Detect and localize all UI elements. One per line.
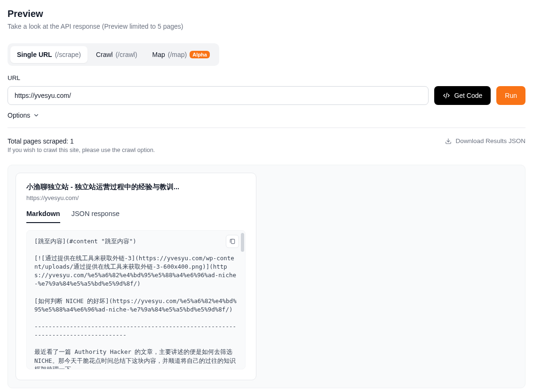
copy-button[interactable] xyxy=(226,235,239,248)
tab-api-path: (/map) xyxy=(168,51,187,58)
alpha-badge: Alpha xyxy=(190,51,210,58)
crawl-hint: If you wish to crawl this site, please u… xyxy=(8,147,155,153)
tab-label: Map xyxy=(152,51,165,58)
scrollbar[interactable] xyxy=(241,233,244,252)
tab-label: Single URL xyxy=(17,51,52,58)
result-card: 小渔聊独立站 - 独立站运营过程中的经验与教训... https://yvesy… xyxy=(16,173,256,380)
tab-api-path: (/crawl) xyxy=(116,51,137,58)
mode-tabs: Single URL (/scrape) Crawl (/crawl) Map … xyxy=(8,43,219,66)
results-area: 小渔聊独立站 - 独立站运营过程中的经验与教训... https://yvesy… xyxy=(8,165,525,388)
url-label: URL xyxy=(8,74,525,81)
scraped-count: Total pages scraped: 1 xyxy=(8,137,155,145)
tab-map[interactable]: Map (/map) Alpha xyxy=(146,46,216,63)
result-url: https://yvesyu.com/ xyxy=(26,194,246,201)
run-label: Run xyxy=(505,92,517,99)
tab-crawl[interactable]: Crawl (/crawl) xyxy=(89,46,144,63)
download-results-button[interactable]: Download Results JSON xyxy=(445,137,525,144)
options-toggle[interactable]: Options xyxy=(8,112,40,119)
markdown-output[interactable]: [跳至内容](#content "跳至内容") [![通过提供在线工具来获取外链… xyxy=(26,230,246,369)
get-code-button[interactable]: Get Code xyxy=(434,86,491,105)
tab-api-path: (/scrape) xyxy=(55,51,81,58)
get-code-label: Get Code xyxy=(454,92,482,99)
result-tabs: Markdown JSON response xyxy=(26,210,246,224)
tab-single-url[interactable]: Single URL (/scrape) xyxy=(10,46,88,63)
run-button[interactable]: Run xyxy=(496,86,525,105)
svg-line-0 xyxy=(446,93,447,98)
result-title: 小渔聊独立站 - 独立站运营过程中的经验与教训... xyxy=(26,183,246,192)
url-input[interactable] xyxy=(8,86,429,105)
download-icon xyxy=(445,138,452,144)
tab-label: Crawl xyxy=(96,51,113,58)
divider xyxy=(8,128,525,128)
tab-json-response[interactable]: JSON response xyxy=(72,210,119,223)
page-subtitle: Take a look at the API response (Preview… xyxy=(8,23,525,30)
code-icon xyxy=(443,92,450,99)
svg-rect-2 xyxy=(231,239,235,243)
options-label: Options xyxy=(8,112,30,119)
page-title: Preview xyxy=(8,8,525,20)
chevron-down-icon xyxy=(33,112,40,119)
download-label: Download Results JSON xyxy=(455,137,525,144)
clipboard-icon xyxy=(229,238,236,245)
tab-markdown[interactable]: Markdown xyxy=(26,210,60,223)
